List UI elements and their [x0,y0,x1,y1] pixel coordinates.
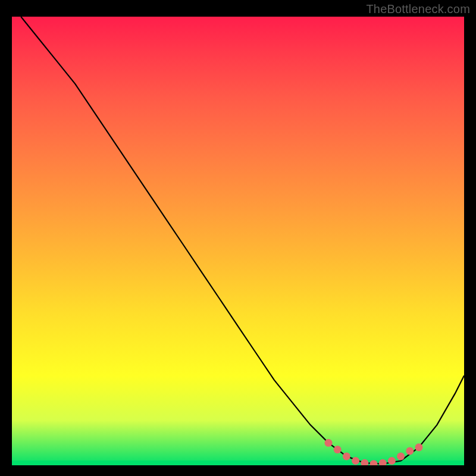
sweet-spot-markers [325,439,423,465]
sweet-spot-dot [325,439,333,447]
chart-frame: TheBottleneck.com [0,0,476,476]
sweet-spot-dot [415,443,423,451]
sweet-spot-dot [343,452,350,460]
sweet-spot-dot [397,452,405,460]
sweet-spot-dot [361,459,368,465]
plot-area [12,17,464,465]
sweet-spot-dot [352,457,359,465]
sweet-spot-dot [334,446,342,453]
watermark-label: TheBottleneck.com [366,2,470,16]
sweet-spot-dot [379,459,387,465]
sweet-spot-dot [388,457,396,465]
bottleneck-curve [21,17,464,464]
sweet-spot-dot [370,460,378,465]
curve-layer [12,17,464,465]
sweet-spot-dot [406,447,414,455]
